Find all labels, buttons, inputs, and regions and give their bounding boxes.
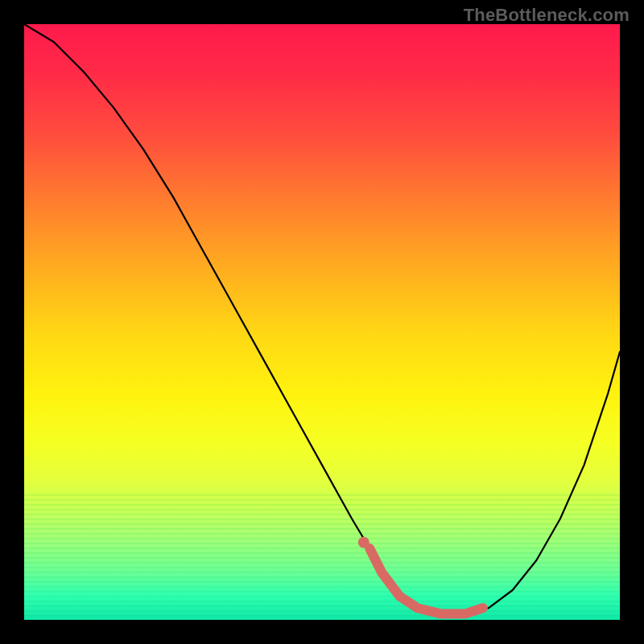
bottleneck-curve-path	[24, 24, 620, 614]
watermark-text: TheBottleneck.com	[464, 5, 630, 26]
plot-area	[24, 24, 620, 620]
optimal-range-highlight	[369, 548, 483, 613]
optimal-range-start-dot	[358, 537, 369, 548]
chart-frame: TheBottleneck.com	[0, 0, 644, 644]
curve-layer	[24, 24, 620, 620]
